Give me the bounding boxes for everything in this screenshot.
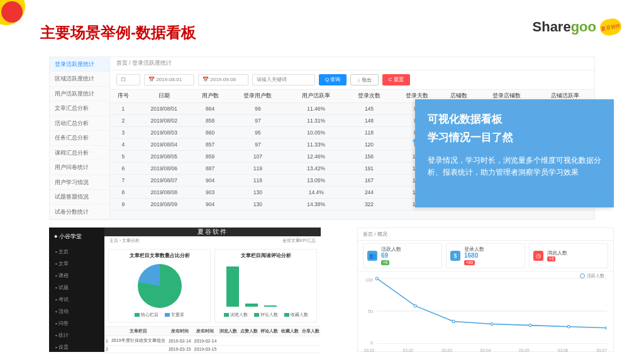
dark-sidebar-item[interactable]: • 设置: [49, 341, 104, 353]
legend-item: 收藏人数: [284, 312, 308, 318]
dark-breadcrumb: 主页 › 文章分析: [109, 238, 140, 244]
dark-subtitle: 全部文章KPI汇总: [282, 238, 316, 244]
dark-sidebar-item[interactable]: • 文章: [49, 258, 104, 270]
bar: [245, 304, 258, 307]
svg-text:100: 100: [365, 278, 373, 283]
sidebar-item[interactable]: 试题答题情况: [50, 190, 109, 204]
pie-chart-box: 文章栏目文章数量占比分析 核心栏目非重要: [108, 249, 211, 322]
dark-sidebar-item[interactable]: • 统计: [49, 329, 104, 341]
svg-point-10: [529, 324, 531, 327]
dark-header-title: 夏谷软件: [104, 228, 321, 236]
slide-title: 主要场景举例-数据看板: [40, 23, 196, 43]
table-header: 登录用户数: [229, 90, 287, 103]
dark-table: 文章栏目发布时间发布时间浏览人数点赞人数评论人数收藏人数分享人数 12019年度…: [104, 326, 321, 353]
table-header: 序号: [110, 90, 136, 103]
legend-item: 评论人数: [254, 312, 278, 318]
dark-sidebar-item[interactable]: • 考试: [49, 293, 104, 305]
dark-sidebar-item[interactable]: • 课程: [49, 270, 104, 282]
svg-point-7: [414, 305, 416, 307]
granularity-select[interactable]: 日: [116, 74, 140, 85]
light-breadcrumb: 首页 / 概况: [358, 228, 613, 241]
bar-chart: [218, 261, 314, 310]
svg-point-6: [375, 277, 378, 280]
filter-bar: 日 📅 2019-08-01 📅 2019-09-08 请输入关键词 Q 查询 …: [110, 70, 594, 90]
stat-card: 👥活跃人数69+9: [363, 243, 442, 268]
sidebar-item[interactable]: 任务汇总分析: [50, 131, 109, 145]
sidebar-item[interactable]: 活动汇总分析: [50, 116, 109, 131]
table-row[interactable]: 12019年度社保政策文章组合2019-02-142019-02-14: [104, 336, 321, 346]
pie-chart: [138, 264, 182, 308]
bar-chart-box: 文章栏目阅读评论分析 浏览人数评论人数收藏人数: [214, 249, 317, 322]
line-chart-box: 活跃人数 100 50 0: [358, 272, 613, 348]
table-header: 用户活跃率: [287, 90, 345, 103]
line-chart-xaxis: 03-0103-0203-0303-0403-0503-0603-07: [358, 348, 613, 355]
legend-item: 浏览人数: [224, 312, 248, 318]
table-header: 日期: [136, 90, 192, 103]
stat-icon: 👥: [367, 251, 377, 261]
stat-icon: ◷: [533, 251, 543, 261]
callout-body: 登录情况，学习时长，浏览量多个维度可视化数据分析、报表统计，助力管理者洞察学员学…: [428, 155, 601, 178]
date-from-input[interactable]: 📅 2019-08-01: [144, 74, 194, 85]
stat-icon: $: [450, 251, 460, 261]
dark-sidebar: ● 小谷学堂 • 主页• 文章• 课程• 试题• 考试• 活动• 问答• 统计•…: [49, 228, 104, 352]
breadcrumb: 首页 / 登录活跃度统计: [110, 57, 594, 70]
pie-chart-title: 文章栏目文章数量占比分析: [111, 252, 208, 259]
info-callout: 可视化数据看板 学习情况一目了然 登录情况，学习时长，浏览量多个维度可视化数据分…: [415, 99, 614, 207]
sidebar-item[interactable]: 区域活跃度统计: [50, 72, 109, 86]
sidebar-item[interactable]: 文章汇总分析: [50, 101, 109, 116]
sidebar-item[interactable]: 用户问卷统计: [50, 160, 109, 175]
svg-text:50: 50: [368, 309, 373, 314]
brand-text: Sharegoo: [533, 19, 596, 35]
dark-brand: ● 小谷学堂: [49, 230, 104, 246]
bar: [226, 266, 239, 307]
svg-text:0: 0: [370, 341, 373, 346]
stat-card: ◷消息人数+3: [529, 243, 608, 268]
sidebar-nav: 登录活跃度统计区域活跃度统计用户活跃度统计文章汇总分析活动汇总分析任务汇总分析课…: [50, 57, 110, 219]
table-header: 登录次数: [345, 90, 393, 103]
keyword-input[interactable]: 请输入关键词: [252, 74, 315, 85]
date-to-input[interactable]: 📅 2019-09-08: [198, 74, 248, 85]
line-chart-legend: 活跃人数: [580, 273, 604, 279]
brand-block: Sharegoo 夏谷软件: [533, 19, 621, 35]
sidebar-item[interactable]: 用户学习情况: [50, 175, 109, 190]
sidebar-item[interactable]: 试卷分数统计: [50, 205, 109, 219]
stat-row: 👥活跃人数69+9$登录人数1680+80◷消息人数+3: [358, 241, 613, 272]
svg-point-12: [606, 327, 607, 329]
table-header: 用户数: [192, 90, 229, 103]
search-button[interactable]: Q 查询: [319, 74, 347, 85]
dark-sidebar-item[interactable]: • 问答: [49, 317, 104, 329]
dark-sidebar-item[interactable]: • 活动: [49, 305, 104, 317]
brand-egg-icon: 夏谷软件: [599, 17, 623, 37]
legend-item: 核心栏目: [135, 312, 158, 318]
line-chart: 100 50 0: [364, 275, 607, 347]
dark-dashboard-panel: ● 小谷学堂 • 主页• 文章• 课程• 试题• 考试• 活动• 问答• 统计•…: [49, 228, 321, 352]
svg-point-11: [567, 326, 570, 328]
dark-sidebar-item[interactable]: • 主页: [49, 246, 104, 258]
sidebar-item[interactable]: 用户活跃度统计: [50, 87, 109, 101]
svg-point-9: [491, 322, 493, 325]
callout-heading-2: 学习情况一目了然: [428, 129, 601, 146]
legend-item: 非重要: [165, 312, 184, 318]
export-button[interactable]: ↓ 导出: [350, 74, 378, 85]
table-row[interactable]: 22019-03-152019-03-15: [104, 346, 321, 353]
svg-point-8: [452, 320, 455, 322]
bar-chart-title: 文章栏目阅读评论分析: [218, 252, 314, 259]
sidebar-item[interactable]: 课程汇总分析: [50, 146, 109, 160]
light-dashboard-panel: 首页 / 概况 👥活跃人数69+9$登录人数1680+80◷消息人数+3 活跃人…: [357, 228, 614, 352]
corner-accent: [0, 0, 25, 25]
callout-heading-1: 可视化数据看板: [428, 111, 601, 128]
bar: [264, 305, 277, 307]
reset-button[interactable]: C 重置: [382, 74, 410, 85]
stat-card: $登录人数1680+80: [446, 243, 525, 268]
dark-sidebar-item[interactable]: • 试题: [49, 282, 104, 293]
sidebar-item[interactable]: 登录活跃度统计: [50, 57, 109, 72]
